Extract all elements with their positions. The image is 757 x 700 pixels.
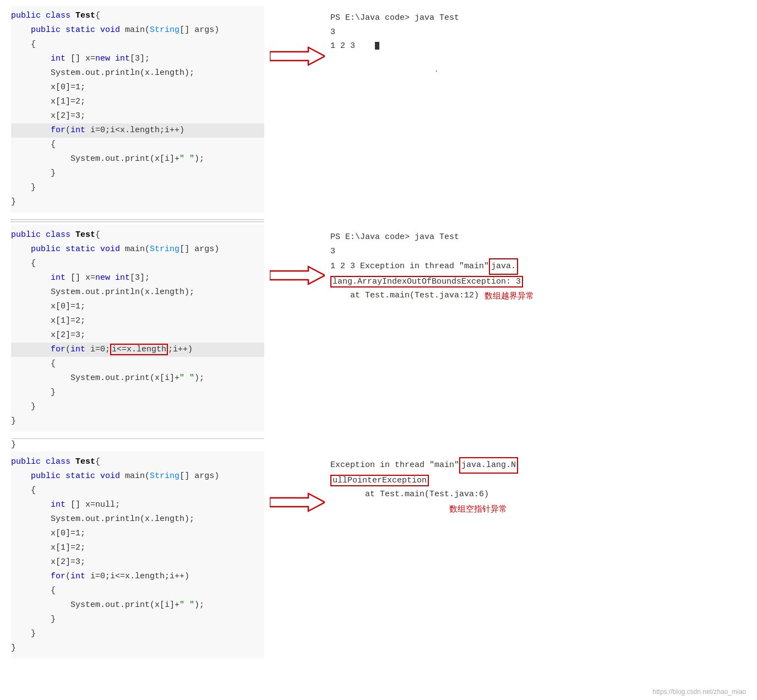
svg-marker-2 <box>270 493 325 511</box>
closing-brace: } <box>11 440 746 449</box>
code-line: { <box>11 37 264 52</box>
page-container: public class Test{ public static void ma… <box>0 0 757 671</box>
code-line: x[0]=1; <box>11 527 264 541</box>
code-line: for(int i=0;i<=x.length;i++) <box>11 569 264 584</box>
output-line: 1 2 3 Exception in thread "main" java. <box>330 258 529 275</box>
code-line: public static void main(String[] args) <box>11 242 264 257</box>
exception-label: 数组越界异常 <box>484 289 534 303</box>
output-text: at Test.main(Test.java:12) <box>330 289 479 303</box>
section-1: public class Test{ public static void ma… <box>11 6 746 213</box>
code-line: } <box>11 386 264 400</box>
code-line: { <box>11 584 264 598</box>
code-line: { <box>11 138 264 152</box>
cursor-icon <box>375 42 379 50</box>
output-line: 数组空指针异常 <box>330 502 518 517</box>
output-line: PS E:\Java code> java Test <box>330 230 534 245</box>
code-line: public class Test{ <box>11 455 264 469</box>
svg-marker-1 <box>270 267 325 284</box>
exception-highlight: java. <box>489 258 518 275</box>
output-text: at Test.main(Test.java:6) <box>330 487 489 502</box>
code-line: { <box>11 257 264 271</box>
code-line: x[2]=3; <box>11 328 264 343</box>
footer-url: https://blog.csdn.net/zhao_miao <box>653 688 746 696</box>
code-line: x[1]=2; <box>11 541 264 555</box>
code-line: { <box>11 357 264 371</box>
output-3: Exception in thread "main" java.lang.N u… <box>330 452 518 517</box>
section-2: public class Test{ public static void ma… <box>11 225 746 432</box>
code-block-2: public class Test{ public static void ma… <box>11 225 264 432</box>
section-3: public class Test{ public static void ma… <box>11 452 746 659</box>
code-line: int [] x=new int[3]; <box>11 271 264 285</box>
code-block-1: public class Test{ public static void ma… <box>11 6 264 213</box>
output-1: PS E:\Java code> java Test 3 1 2 3 . <box>330 6 459 77</box>
output-line: PS E:\Java code> java Test <box>330 11 459 25</box>
code-line: public static void main(String[] args) <box>11 23 264 37</box>
code-line: public class Test{ <box>11 9 264 23</box>
exception-highlight: lang.ArrayIndexOutOfBoundsException: 3 <box>330 276 523 287</box>
exception-highlight: ullPointerException <box>330 475 429 486</box>
code-line: x[2]=3; <box>11 555 264 569</box>
output-line: 3 <box>330 25 459 40</box>
section-divider-3 <box>11 438 264 439</box>
exception-highlight: java.lang.N <box>459 457 518 474</box>
code-line: for(int i=0;i<=x.length;i++) <box>11 343 264 357</box>
output-line: . <box>330 63 459 77</box>
code-line: System.out.print(x[i]+" "); <box>11 598 264 612</box>
exception-label-3: 数组空指针异常 <box>449 504 507 513</box>
code-line: x[1]=2; <box>11 314 264 328</box>
code-line: int [] x=new int[3]; <box>11 52 264 66</box>
section-divider-2 <box>11 221 264 223</box>
code-line: x[2]=3; <box>11 109 264 123</box>
code-line: public class Test{ <box>11 228 264 242</box>
code-line: System.out.println(x.length); <box>11 512 264 527</box>
arrow-right-icon <box>270 490 325 514</box>
code-line: } <box>11 195 264 209</box>
output-2: PS E:\Java code> java Test 3 1 2 3 Excep… <box>330 225 534 303</box>
code-line: { <box>11 484 264 498</box>
output-line: 3 <box>330 245 534 259</box>
output-line: ullPointerException <box>330 474 518 488</box>
code-line: public static void main(String[] args) <box>11 469 264 484</box>
output-line: 1 2 3 <box>330 39 459 53</box>
code-line: x[1]=2; <box>11 95 264 109</box>
svg-marker-0 <box>270 47 325 65</box>
code-line: } <box>11 166 264 181</box>
arrow-right-icon <box>270 44 325 68</box>
code-line: } <box>11 181 264 195</box>
code-line: System.out.print(x[i]+" "); <box>11 152 264 166</box>
output-line: lang.ArrayIndexOutOfBoundsException: 3 <box>330 275 534 289</box>
code-line: System.out.println(x.length); <box>11 66 264 80</box>
code-line: } <box>11 641 264 655</box>
output-line: Exception in thread "main" java.lang.N <box>330 457 518 474</box>
arrow-1-container <box>264 28 330 68</box>
code-line: } <box>11 400 264 414</box>
code-line: } <box>11 414 264 428</box>
code-line: System.out.println(x.length); <box>11 285 264 300</box>
code-line: } <box>11 627 264 641</box>
code-block-3: public class Test{ public static void ma… <box>11 452 264 659</box>
section-divider-1 <box>11 219 264 220</box>
output-text: Exception in thread "main" <box>330 458 459 473</box>
arrow-3-container <box>264 474 330 514</box>
code-line: x[0]=1; <box>11 300 264 314</box>
code-line: x[0]=1; <box>11 80 264 95</box>
arrow-right-icon <box>270 263 325 287</box>
arrow-2-container <box>264 247 330 287</box>
output-line: at Test.main(Test.java:12) 数组越界异常 <box>330 289 534 303</box>
code-line: for(int i=0;i<x.length;i++) <box>11 123 264 138</box>
code-line: System.out.print(x[i]+" "); <box>11 371 264 386</box>
output-text: 1 2 3 Exception in thread "main" <box>330 259 489 274</box>
code-line: int [] x=null; <box>11 498 264 512</box>
code-line: } <box>11 612 264 627</box>
output-line: at Test.main(Test.java:6) <box>330 487 518 502</box>
